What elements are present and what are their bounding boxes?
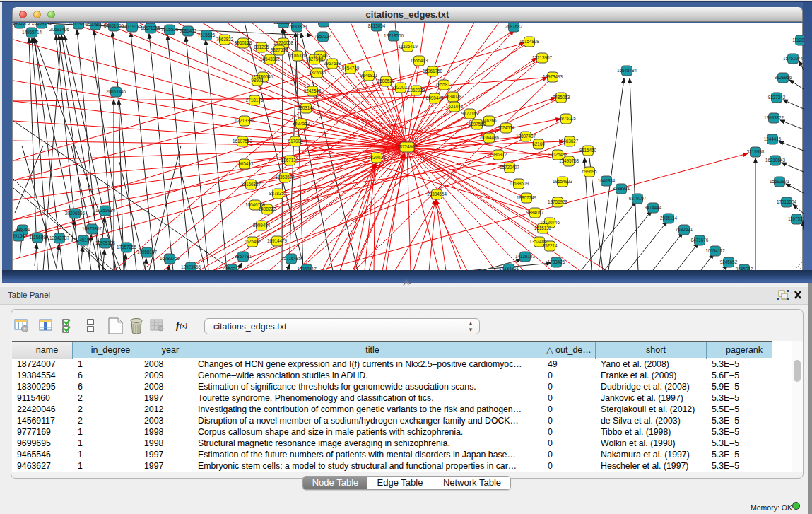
svg-text:9245652: 9245652: [720, 259, 738, 264]
svg-text:9146821: 9146821: [360, 73, 378, 78]
svg-text:9129966: 9129966: [775, 75, 792, 80]
svg-text:11325419: 11325419: [398, 44, 418, 49]
svg-text:13495758: 13495758: [559, 158, 579, 163]
svg-text:617004: 617004: [288, 139, 303, 144]
svg-text:16543382: 16543382: [260, 57, 281, 62]
svg-text:8099484: 8099484: [253, 223, 271, 228]
svg-text:12942737: 12942737: [49, 235, 70, 240]
svg-text:1362033: 1362033: [408, 88, 425, 93]
svg-text:12093822: 12093822: [764, 115, 784, 120]
svg-text:699695: 699695: [582, 169, 597, 174]
svg-text:2718176: 2718176: [246, 98, 264, 103]
svg-text:9857791: 9857791: [235, 254, 252, 259]
svg-text:13226058: 13226058: [273, 40, 294, 45]
svg-text:10688609: 10688609: [509, 181, 529, 186]
svg-text:1965493: 1965493: [236, 161, 254, 166]
svg-text:10719185: 10719185: [122, 24, 143, 29]
svg-text:9474444: 9474444: [645, 205, 662, 210]
svg-text:10025438: 10025438: [548, 152, 568, 157]
svg-text:746266: 746266: [481, 118, 497, 123]
svg-text:7515526: 7515526: [161, 27, 179, 32]
svg-text:3215958: 3215958: [747, 149, 765, 154]
svg-text:39154: 39154: [13, 233, 25, 238]
svg-text:252214: 252214: [542, 243, 558, 248]
svg-text:8960123: 8960123: [235, 40, 252, 45]
svg-text:9115460: 9115460: [579, 148, 597, 153]
svg-text:8454749: 8454749: [342, 66, 360, 71]
svg-text:1167533: 1167533: [788, 216, 804, 221]
svg-text:15751074: 15751074: [783, 56, 804, 61]
svg-text:3875685: 3875685: [309, 70, 326, 75]
svg-text:1621072: 1621072: [446, 104, 464, 109]
svg-text:11353594: 11353594: [275, 175, 295, 180]
svg-text:7515526: 7515526: [198, 33, 216, 37]
svg-text:17957255: 17957255: [117, 245, 137, 250]
svg-text:16210643: 16210643: [765, 158, 786, 163]
svg-text:10975867: 10975867: [82, 226, 102, 231]
svg-text:6734028: 6734028: [445, 94, 462, 99]
svg-text:1640934: 1640934: [598, 178, 616, 183]
svg-text:16671355: 16671355: [141, 25, 161, 30]
svg-text:16120746: 16120746: [540, 220, 560, 225]
svg-text:19384554: 19384554: [427, 192, 447, 197]
svg-text:20894141: 20894141: [32, 23, 52, 25]
svg-text:9884067: 9884067: [526, 210, 544, 215]
svg-text:98901: 98901: [251, 78, 264, 83]
svg-text:16648784: 16648784: [617, 68, 637, 73]
svg-text:16154808: 16154808: [519, 39, 540, 44]
svg-text:7625402: 7625402: [244, 239, 261, 244]
svg-text:8990448: 8990448: [426, 95, 444, 100]
svg-text:16961758: 16961758: [423, 69, 443, 74]
svg-text:19218506: 19218506: [384, 33, 404, 38]
svg-text:20053346: 20053346: [106, 89, 126, 94]
svg-text:9227342: 9227342: [768, 95, 786, 100]
svg-text:9463627: 9463627: [561, 139, 579, 144]
svg-text:9327508: 9327508: [306, 57, 324, 62]
svg-text:19756928: 19756928: [548, 199, 568, 204]
svg-text:8267130: 8267130: [281, 158, 299, 163]
svg-text:7663822: 7663822: [216, 37, 234, 42]
svg-text:14136141: 14136141: [515, 254, 536, 259]
svg-text:12975115: 12975115: [556, 116, 576, 121]
svg-text:1498222: 1498222: [259, 206, 276, 211]
svg-text:891295: 891295: [254, 45, 269, 49]
svg-text:20206536: 20206536: [65, 211, 86, 216]
svg-text:8186328: 8186328: [289, 53, 307, 58]
svg-text:1588520: 1588520: [377, 78, 395, 83]
svg-text:12213967: 12213967: [532, 55, 553, 60]
svg-text:8878352: 8878352: [269, 191, 287, 196]
svg-text:10654112: 10654112: [705, 248, 725, 253]
svg-text:8471676: 8471676: [691, 238, 709, 243]
svg-text:19654923: 19654923: [553, 179, 573, 184]
svg-text:10958107: 10958107: [137, 250, 158, 255]
svg-text:2967608: 2967608: [324, 61, 341, 66]
svg-text:62160: 62160: [532, 141, 545, 146]
svg-text:3624554: 3624554: [498, 125, 515, 130]
svg-text:14055714: 14055714: [22, 30, 42, 35]
svg-text:1733426: 1733426: [548, 259, 565, 264]
svg-text:7357224: 7357224: [314, 34, 332, 39]
svg-text:17359924: 17359924: [95, 208, 116, 213]
svg-text:19166827: 19166827: [241, 182, 261, 187]
svg-text:16107553: 16107553: [233, 139, 253, 144]
svg-text:9327503: 9327503: [271, 47, 288, 52]
svg-text:12923466: 12923466: [181, 264, 201, 269]
svg-text:20691406: 20691406: [49, 27, 70, 32]
svg-text:18807249: 18807249: [517, 195, 537, 200]
svg-text:6879197: 6879197: [629, 196, 647, 201]
svg-text:10807487: 10807487: [516, 134, 536, 139]
svg-text:7986372: 7986372: [490, 152, 507, 157]
svg-text:7485063: 7485063: [553, 95, 570, 100]
svg-text:1145194: 1145194: [75, 238, 93, 243]
svg-text:8938921: 8938921: [613, 186, 630, 191]
svg-text:18724007: 18724007: [397, 144, 418, 149]
svg-text:16033809: 16033809: [287, 24, 307, 29]
svg-text:1112843: 1112843: [792, 37, 804, 42]
svg-text:2087682: 2087682: [505, 24, 523, 29]
svg-text:84661600: 84661600: [104, 23, 124, 28]
svg-text:16782759: 16782759: [160, 256, 180, 261]
svg-text:1566403: 1566403: [411, 58, 428, 63]
svg-text:15278022: 15278022: [86, 23, 106, 27]
svg-text:1115689: 1115689: [29, 235, 46, 240]
svg-text:1615132: 1615132: [534, 226, 552, 230]
